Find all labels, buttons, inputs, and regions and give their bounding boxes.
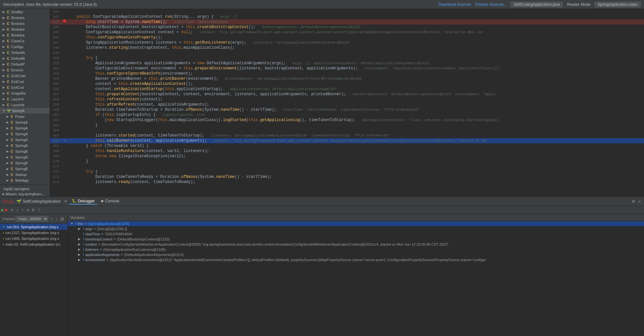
- expand-icon: ▶: [3, 63, 5, 66]
- sidebar-item-clearca[interactable]: ▶ C ClearCa: [0, 38, 50, 44]
- tab-debugger[interactable]: 🐛 Debugger: [69, 198, 97, 205]
- sidebar-label: Prope: [15, 115, 25, 118]
- step-over-icon[interactable]: ↷: [9, 206, 15, 214]
- var-item-context[interactable]: ▶ i context = {AnnotationConfigServletWe…: [68, 242, 644, 247]
- class-icon: C: [6, 97, 10, 101]
- var-item-listeners[interactable]: ▶ i listeners = {SpringApplicationRunLis…: [68, 247, 644, 252]
- close-debug-session-icon[interactable]: ✕: [64, 199, 67, 204]
- sidebar-item-bootstra3[interactable]: ▶ C Bootstra: [0, 26, 50, 32]
- code-line-149: 149: [50, 50, 644, 56]
- var-item-appargs[interactable]: ▶ i applicationArguments = {DefaultAppli…: [68, 252, 644, 257]
- sidebar-label: LazyInit: [11, 97, 24, 101]
- sidebar-item-exitcod3[interactable]: ▶ C ExitCod: [0, 85, 50, 90]
- reader-mode-btn[interactable]: Reader Mode: [567, 2, 590, 7]
- sidebar-item-springb2[interactable]: ▶ C SpringB: [0, 154, 50, 160]
- step-out-icon[interactable]: ↑: [20, 207, 25, 214]
- debug-session-name[interactable]: SelfCodingApplication: [23, 199, 60, 204]
- frame-item-run314[interactable]: ✔ run:314, SpringApplication (org.s: [0, 224, 67, 230]
- variables-panel: Variables ▼ i this = {SpringApplication@…: [68, 214, 644, 336]
- sidebar-item-lazyinit1[interactable]: ▶ C LazyInit: [0, 96, 50, 102]
- sidebar-item-environ[interactable]: ▶ C Environ: [0, 67, 50, 73]
- code-content: SpringApplicationRunListeners listeners …: [67, 40, 644, 45]
- sidebar-item-springa2[interactable]: ▶ C SpringA: [0, 125, 50, 131]
- download-sources-link[interactable]: Download Sources: [439, 2, 471, 7]
- sidebar-item-lazyiniti2[interactable]: ▶ C LazyIniti: [0, 102, 50, 108]
- tab-console[interactable]: ▶ Console: [99, 198, 122, 205]
- sidebar-item-springa5[interactable]: ▶ C SpringA: [0, 143, 50, 148]
- sidebar-item-springa4[interactable]: ▶ C SpringA: [0, 137, 50, 143]
- debug-arrow-icon: →: [63, 138, 65, 143]
- sidebar-item-imageba[interactable]: ▶ C ImageBa: [0, 90, 50, 96]
- expand-icon[interactable]: ▶: [78, 258, 82, 261]
- var-name: environment: [85, 258, 105, 262]
- sidebar-item-exitcode1[interactable]: ▶ C ExitCode: [0, 73, 50, 79]
- sidebar-item-defaultb[interactable]: ▶ C DefaultB: [0, 56, 50, 61]
- tab-selfcoding[interactable]: SelfCodingApplication.java: [510, 2, 563, 7]
- sidebar-item-defaultp[interactable]: ▶ C DefaultP: [0, 61, 50, 67]
- sidebar-item-springb3[interactable]: ▶ C SpringB: [0, 160, 50, 166]
- evaluate-icon[interactable]: ≡: [31, 207, 36, 214]
- thread-select[interactable]: *main...NNING: [15, 216, 48, 222]
- code-content: this.prepareContext(bootstrapContext, co…: [67, 92, 644, 97]
- expand-icon[interactable]: ▶: [78, 237, 82, 241]
- var-item-this[interactable]: ▼ i this = {SpringApplication@1205}: [68, 221, 644, 226]
- frame-dot-icon: ●: [3, 237, 4, 240]
- sidebar-item-bootstra1[interactable]: ▶ C Bootstra: [0, 15, 50, 21]
- expand-icon[interactable]: ▶: [78, 253, 82, 256]
- sidebar-label: SpringB: [15, 167, 28, 171]
- sidebar-item-deaber[interactable]: ▶ C DeaBer: [0, 9, 50, 15]
- frames-down-icon[interactable]: ↓: [55, 216, 58, 222]
- sidebar-item-log4j2[interactable]: log4j2.springboo: [0, 186, 50, 191]
- sidebar-item-defaulta[interactable]: ▶ C DefaultA: [0, 50, 50, 56]
- code-line-156: 156 context.setApplicationStartup(this.a…: [50, 87, 644, 92]
- expand-panel-icon[interactable]: ↗: [638, 198, 641, 205]
- run-to-cursor-icon[interactable]: ↪: [25, 206, 30, 214]
- code-line-174: 174 listeners.ready(context, timeTakenTo…: [50, 179, 644, 185]
- frame-item-main10[interactable]: ● main:10, SelfCodingApplication (cc: [0, 241, 67, 247]
- debugger-icon: 🐛: [72, 199, 76, 203]
- frame-item-run1317[interactable]: ● run:1317, SpringApplication (org.s: [0, 230, 67, 236]
- sidebar-item-prope[interactable]: ▶ C Prope: [0, 114, 50, 119]
- settings-icon[interactable]: ⚙: [631, 198, 635, 205]
- breakpoint-icon: [63, 19, 66, 23]
- expand-icon[interactable]: ▶: [78, 242, 82, 246]
- frame-label: run:314, SpringApplication (org.s: [7, 225, 58, 229]
- stop-icon[interactable]: ■: [5, 208, 7, 213]
- more-options-icon[interactable]: ⋮: [36, 206, 43, 214]
- var-item-args[interactable]: ▶ i args = {String[0]@1206} []: [68, 226, 644, 231]
- sidebar-item-springb4[interactable]: ▶ C SpringB: [0, 166, 50, 172]
- var-item-bootstrapcontext[interactable]: ▶ i bootstrapContext = {DefaultBootstrap…: [68, 237, 644, 242]
- expand-icon: ▶: [6, 121, 9, 124]
- resume-icon[interactable]: ▶: [1, 207, 4, 213]
- sidebar-item-startup[interactable]: ▶ C Startup: [0, 172, 50, 178]
- frame-item-run1306[interactable]: ● run:1306, SpringApplication (org.s: [0, 236, 67, 241]
- sidebar-item-bootstra2[interactable]: ▶ C Bootstra: [0, 21, 50, 26]
- expand-icon[interactable]: ▶: [78, 227, 82, 230]
- main-layout: ▶ C DeaBer ▶ C Bootstra ▶ C Bootstra ▶ C…: [0, 9, 644, 197]
- sidebar-item-exitcod2[interactable]: ▶ C ExitCod: [0, 79, 50, 85]
- sidebar-item-springb1[interactable]: ▶ C SpringB: [0, 148, 50, 154]
- sidebar-label: Bootstra: [11, 22, 25, 25]
- code-content: }: [67, 159, 644, 164]
- bottom-panel: Debug: 🌱 SelfCodingApplication ✕ 🐛 Debug…: [0, 197, 644, 336]
- sidebar-item-springa1[interactable]: ▶ C SpringA: [0, 119, 50, 125]
- sidebar-item-bootstra4[interactable]: ▶ C Bootstra: [0, 32, 50, 38]
- tab-springapplication[interactable]: SpringApplication.class: [594, 2, 641, 7]
- sidebar-item-maven1[interactable]: ▶ Maven: org.springfram...: [0, 191, 50, 197]
- var-item-starttime[interactable]: i startTime = 70014769654694: [68, 231, 644, 237]
- choose-sources-link[interactable]: Choose Sources...: [475, 2, 507, 7]
- sidebar-item-springa3[interactable]: ▶ C SpringA: [0, 131, 50, 137]
- sidebar-item-webapp[interactable]: ▶ C WebApp: [0, 178, 50, 183]
- sidebar-item-springa-root[interactable]: ▼ 🌱 SpringA: [0, 108, 50, 114]
- frame-label: run:1306, SpringApplication (org.s: [5, 237, 59, 240]
- step-into-icon[interactable]: ↓: [15, 207, 20, 214]
- expand-icon[interactable]: ▼: [70, 222, 74, 225]
- frames-header-label: Frames: [3, 217, 15, 221]
- var-item-environment[interactable]: ▶ i environment = {ApplicationServletEnv…: [68, 257, 644, 262]
- expand-icon: ▶: [3, 22, 5, 25]
- sidebar-item-configu[interactable]: ▶ C Configu: [0, 44, 50, 50]
- frames-up-icon[interactable]: ↑: [50, 216, 54, 222]
- frames-filter-icon[interactable]: ⊟: [60, 216, 65, 222]
- line-number: 141: [50, 9, 62, 14]
- expand-icon[interactable]: ▶: [78, 248, 82, 251]
